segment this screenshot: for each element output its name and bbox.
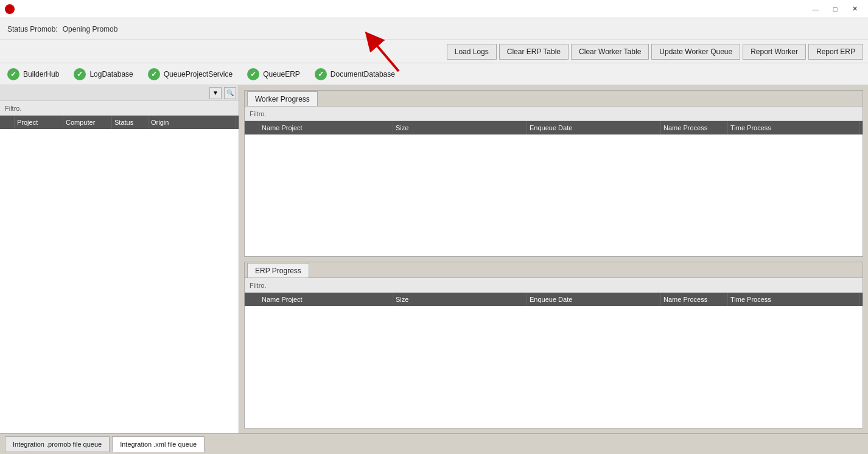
service-name-documentdatabase: DocumentDatabase — [331, 70, 395, 79]
check-icon-logdatabase: ✓ — [74, 68, 86, 80]
worker-col-size: Size — [393, 121, 527, 134]
left-panel: ▼ 🔍 Filtro. Project Computer Status Orig… — [0, 85, 239, 433]
status-value: Opening Promob — [63, 25, 118, 33]
check-icon-queueprojectservice: ✓ — [148, 68, 160, 80]
status-bar: Status Promob: Opening Promob — [0, 18, 868, 40]
erp-col-nameprocess: Name Process — [661, 293, 728, 306]
service-item-logdatabase: ✓ LogDatabase — [74, 68, 133, 80]
left-col-project: Project — [15, 116, 63, 129]
left-col-origin: Origin — [149, 116, 236, 129]
worker-col-nameproject: Name Project — [259, 121, 393, 134]
erp-progress-tab-header: ERP Progress — [245, 262, 863, 278]
erp-col-size: Size — [393, 293, 527, 306]
clear-erp-table-button[interactable]: Clear ERP Table — [499, 44, 569, 60]
title-bar: — □ ✕ — [0, 0, 868, 18]
right-panel: Worker Progress Filtro. Name Project Siz… — [239, 85, 868, 433]
check-icon-queueerp: ✓ — [247, 68, 259, 80]
report-erp-button[interactable]: Report ERP — [808, 44, 863, 60]
worker-filtro-bar: Filtro. — [245, 107, 863, 121]
erp-table-header: Name Project Size Enqueue Date Name Proc… — [245, 293, 863, 306]
worker-progress-tab[interactable]: Worker Progress — [247, 91, 318, 106]
title-bar-controls: — □ ✕ — [807, 3, 863, 15]
report-worker-button[interactable]: Report Worker — [743, 44, 806, 60]
service-name-queueprojectservice: QueueProjectService — [164, 70, 233, 79]
update-worker-queue-button[interactable]: Update Worker Queue — [651, 44, 740, 60]
panel-dropdown-btn[interactable]: ▼ — [209, 87, 222, 99]
clear-worker-table-button[interactable]: Clear Worker Table — [571, 44, 649, 60]
worker-col-checkbox — [247, 121, 259, 134]
erp-col-nameproject: Name Project — [259, 293, 393, 306]
load-logs-button[interactable]: Load Logs — [447, 44, 497, 60]
erp-table-body[interactable] — [245, 306, 863, 428]
worker-col-timeprocess: Time Process — [728, 121, 860, 134]
service-item-queueerp: ✓ QueueERP — [247, 68, 300, 80]
erp-col-timeprocess: Time Process — [728, 293, 860, 306]
panel-toolbar: ▼ 🔍 — [0, 85, 239, 101]
erp-filtro-bar: Filtro. — [245, 278, 863, 293]
worker-filtro-label: Filtro. — [250, 110, 267, 117]
title-bar-left — [5, 4, 15, 14]
service-bar: ✓ BuilderHub ✓ LogDatabase ✓ QueueProjec… — [0, 63, 868, 85]
left-col-computer: Computer — [63, 116, 112, 129]
service-item-builderhub: ✓ BuilderHub — [7, 68, 59, 80]
left-filtro-bar: Filtro. — [0, 101, 239, 116]
worker-table-body[interactable] — [245, 134, 863, 256]
toolbar: Load Logs Clear ERP Table Clear Worker T… — [0, 40, 868, 63]
erp-col-checkbox — [247, 293, 259, 306]
worker-progress-content: Filtro. Name Project Size Enqueue Date N… — [245, 107, 863, 256]
bottom-tab-xml[interactable]: Integration .xml file queue — [112, 436, 205, 452]
app-icon — [5, 4, 15, 14]
worker-progress-tab-header: Worker Progress — [245, 91, 863, 107]
left-col-status: Status — [112, 116, 149, 129]
left-table-header: Project Computer Status Origin — [0, 116, 239, 129]
panel-search-btn[interactable]: 🔍 — [224, 87, 236, 99]
main-area: ▼ 🔍 Filtro. Project Computer Status Orig… — [0, 85, 868, 433]
left-table-body[interactable] — [0, 129, 239, 433]
service-item-documentdatabase: ✓ DocumentDatabase — [315, 68, 395, 80]
erp-progress-tab[interactable]: ERP Progress — [247, 263, 309, 278]
check-icon-documentdatabase: ✓ — [315, 68, 327, 80]
close-button[interactable]: ✕ — [846, 3, 863, 15]
status-label: Status Promob: — [7, 25, 58, 33]
check-icon-builderhub: ✓ — [7, 68, 19, 80]
erp-progress-content: Filtro. Name Project Size Enqueue Date N… — [245, 278, 863, 428]
worker-progress-panel: Worker Progress Filtro. Name Project Siz… — [244, 90, 863, 257]
bottom-tabs: Integration .promob file queue Integrati… — [0, 433, 868, 454]
bottom-tab-promob[interactable]: Integration .promob file queue — [5, 436, 110, 452]
service-name-builderhub: BuilderHub — [23, 70, 59, 79]
worker-table-header: Name Project Size Enqueue Date Name Proc… — [245, 121, 863, 134]
left-col-checkbox — [2, 116, 15, 129]
left-filtro-label: Filtro. — [5, 105, 22, 112]
svg-point-0 — [7, 7, 12, 12]
worker-col-nameprocess: Name Process — [661, 121, 728, 134]
service-name-logdatabase: LogDatabase — [89, 70, 133, 79]
maximize-button[interactable]: □ — [827, 3, 844, 15]
minimize-button[interactable]: — — [807, 3, 824, 15]
erp-progress-panel: ERP Progress Filtro. Name Project Size E… — [244, 262, 863, 428]
service-item-queueprojectservice: ✓ QueueProjectService — [148, 68, 233, 80]
erp-col-enqueuedate: Enqueue Date — [527, 293, 661, 306]
erp-filtro-label: Filtro. — [250, 282, 267, 289]
service-name-queueerp: QueueERP — [263, 70, 300, 79]
worker-col-enqueuedate: Enqueue Date — [527, 121, 661, 134]
